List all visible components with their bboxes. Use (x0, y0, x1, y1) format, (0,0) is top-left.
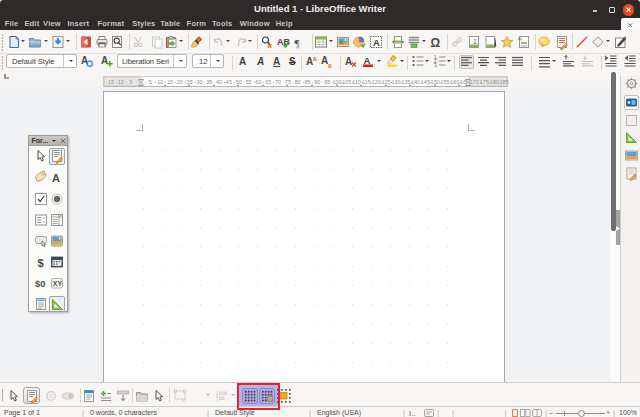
svg-text:$0: $0 (35, 278, 46, 289)
svg-text:3.: 3. (434, 63, 438, 68)
svg-text:XY: XY (53, 280, 63, 287)
svg-text:a: a (328, 62, 332, 69)
svg-text:$: $ (37, 256, 43, 268)
svg-text:Ω: Ω (431, 35, 441, 49)
svg-text:1: 1 (473, 37, 477, 44)
svg-text:A: A (345, 56, 352, 67)
svg-text:¶: ¶ (295, 36, 300, 48)
svg-text:A: A (52, 172, 60, 184)
svg-text:a: a (313, 55, 317, 62)
svg-text:A: A (373, 36, 380, 47)
svg-text:A: A (364, 55, 371, 66)
